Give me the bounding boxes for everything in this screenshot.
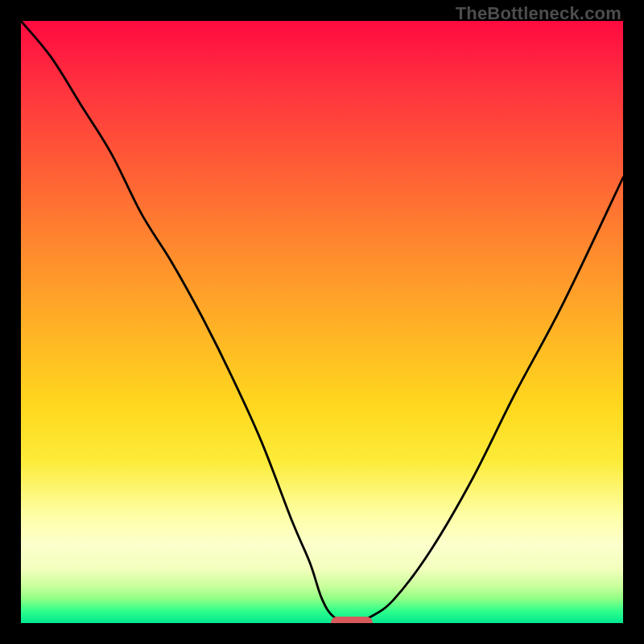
optimal-marker: [331, 617, 373, 623]
bottleneck-curve: [21, 21, 623, 623]
chart-frame: TheBottleneck.com: [0, 0, 644, 644]
plot-area: [21, 21, 623, 623]
curve-path: [21, 21, 623, 623]
